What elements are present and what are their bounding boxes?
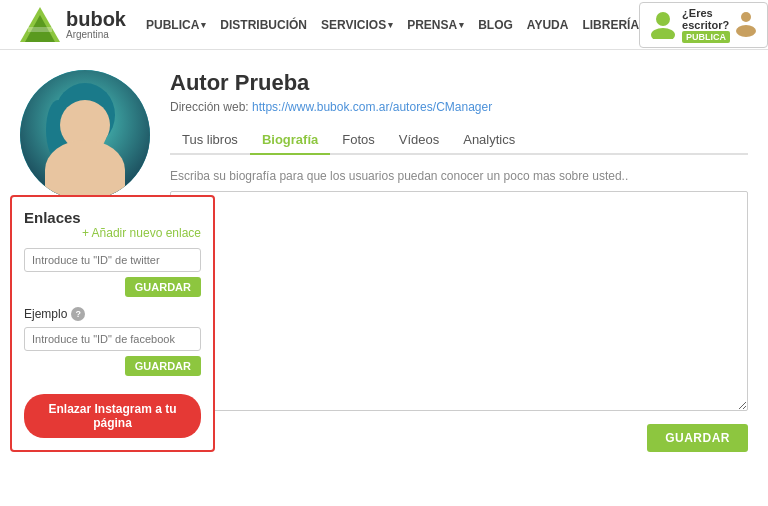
svg-point-4	[651, 28, 675, 39]
avatar-image	[20, 70, 150, 200]
add-link[interactable]: + Añadir nuevo enlace	[24, 226, 201, 240]
enlaces-sidebar: Enlaces + Añadir nuevo enlace GUARDAR Ej…	[10, 195, 215, 452]
tab-biografia[interactable]: Biografía	[250, 126, 330, 155]
svg-rect-11	[68, 122, 82, 132]
twitter-input[interactable]	[24, 248, 201, 272]
top-nav: bubok Argentina PUBLICA ▾ DISTRIBUCIÓN S…	[0, 0, 768, 50]
nav-right: ¿Eres escritor? PUBLICA	[639, 2, 768, 48]
svg-point-5	[741, 12, 751, 22]
nav-item-prensa[interactable]: PRENSA ▾	[407, 18, 464, 32]
profile-url-link[interactable]: https://www.bubok.com.ar/autores/CManage…	[252, 100, 492, 114]
svg-point-10	[63, 104, 107, 156]
logo[interactable]: bubok Argentina	[20, 7, 126, 42]
svg-point-6	[736, 25, 756, 37]
profile-url: Dirección web: https://www.bubok.com.ar/…	[170, 100, 748, 114]
author-badge[interactable]: ¿Eres escritor? PUBLICA	[639, 2, 768, 48]
profile-info: Autor Prueba Dirección web: https://www.…	[170, 70, 748, 414]
nav-items: PUBLICA ▾ DISTRIBUCIÓN SERVICIOS ▾ PRENS…	[146, 18, 639, 32]
svg-rect-12	[88, 122, 102, 132]
svg-point-9	[55, 83, 115, 147]
logo-icon	[20, 7, 60, 42]
instagram-button[interactable]: Enlazar Instagram a tu página	[24, 394, 201, 438]
ejemplo-label: Ejemplo ?	[24, 307, 201, 321]
nav-item-libreria[interactable]: LIBRERÍA	[582, 18, 639, 32]
svg-point-16	[46, 100, 70, 160]
twitter-group: GUARDAR	[24, 248, 201, 297]
save-button[interactable]: GUARDAR	[647, 424, 748, 452]
facebook-input[interactable]	[24, 327, 201, 351]
nav-item-distribucion[interactable]: DISTRIBUCIÓN	[220, 18, 307, 32]
facebook-group: Ejemplo ? GUARDAR	[24, 307, 201, 376]
publica-badge: PUBLICA	[682, 31, 730, 43]
chevron-down-icon: ▾	[388, 20, 393, 30]
tab-tus-libros[interactable]: Tus libros	[170, 126, 250, 155]
avatar	[20, 70, 150, 200]
nav-item-blog[interactable]: BLOG	[478, 18, 513, 32]
nav-item-servicios[interactable]: SERVICIOS ▾	[321, 18, 393, 32]
author-badge-text: ¿Eres escritor?	[682, 7, 729, 31]
nav-item-ayuda[interactable]: AYUDA	[527, 18, 569, 32]
enlaces-box: Enlaces + Añadir nuevo enlace GUARDAR Ej…	[10, 195, 215, 452]
logo-text: bubok	[66, 8, 126, 30]
svg-point-15	[50, 160, 120, 200]
nav-item-publica[interactable]: PUBLICA ▾	[146, 18, 206, 32]
author-icon	[648, 9, 678, 39]
bio-hint: Escriba su biografía para que los usuari…	[170, 169, 748, 183]
tab-analytics[interactable]: Analytics	[451, 126, 527, 155]
chevron-down-icon: ▾	[201, 20, 206, 30]
author-name: Autor Prueba	[170, 70, 748, 96]
tab-videos[interactable]: Vídeos	[387, 126, 451, 155]
logo-sub: Argentina	[66, 29, 126, 40]
tabs: Tus libros Biografía Fotos Vídeos Analyt…	[170, 126, 748, 155]
bio-textarea[interactable]	[170, 191, 748, 411]
twitter-save-button[interactable]: GUARDAR	[125, 277, 201, 297]
help-icon[interactable]: ?	[71, 307, 85, 321]
svg-point-14	[65, 133, 85, 147]
svg-point-3	[656, 12, 670, 26]
chevron-down-icon: ▾	[459, 20, 464, 30]
enlaces-title: Enlaces	[24, 209, 81, 226]
facebook-save-button[interactable]: GUARDAR	[125, 356, 201, 376]
writer-icon	[734, 9, 759, 39]
svg-rect-2	[28, 27, 52, 32]
tab-fotos[interactable]: Fotos	[330, 126, 387, 155]
